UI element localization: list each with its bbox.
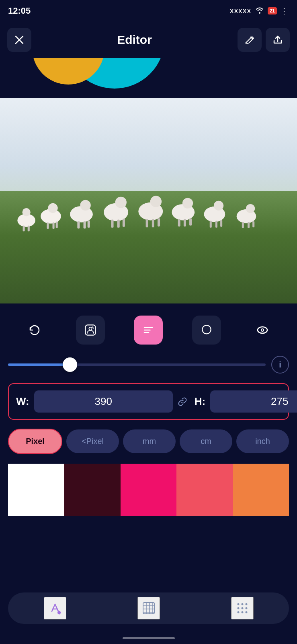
svg-point-75 xyxy=(245,611,247,613)
link-dimensions-button[interactable] xyxy=(178,393,190,411)
home-indicator xyxy=(123,637,175,639)
svg-rect-18 xyxy=(52,222,54,229)
unit-pixel-less-button[interactable]: <Pixel xyxy=(66,429,119,453)
slider-fill xyxy=(8,363,70,366)
header-actions xyxy=(238,28,290,52)
svg-point-31 xyxy=(150,196,162,207)
svg-rect-43 xyxy=(215,221,217,227)
svg-rect-48 xyxy=(248,222,250,228)
svg-point-67 xyxy=(237,603,239,605)
color-swatch-orange[interactable] xyxy=(233,464,289,516)
color-swatch-white[interactable] xyxy=(8,464,64,516)
sticker-button[interactable] xyxy=(76,316,105,345)
svg-rect-47 xyxy=(242,222,244,228)
bottom-toolbar xyxy=(8,592,289,624)
svg-point-69 xyxy=(245,603,247,605)
slider-thumb[interactable] xyxy=(63,357,77,372)
image-preview xyxy=(0,98,297,303)
slider-track[interactable] xyxy=(8,363,266,366)
svg-rect-13 xyxy=(23,225,25,231)
svg-rect-28 xyxy=(117,219,119,227)
color-swatch-hot-pink[interactable] xyxy=(121,464,177,516)
svg-rect-39 xyxy=(189,218,192,225)
unit-cm-button[interactable]: cm xyxy=(180,429,232,453)
svg-point-57 xyxy=(262,329,263,331)
color-swatch-salmon[interactable] xyxy=(176,464,233,516)
tool-row xyxy=(8,316,289,345)
svg-rect-27 xyxy=(111,219,113,227)
svg-rect-33 xyxy=(152,219,154,227)
svg-point-74 xyxy=(241,611,243,613)
unit-row: Pixel <Pixel mm cm inch xyxy=(8,429,289,454)
svg-rect-34 xyxy=(158,218,160,226)
color-swatch-dark-maroon[interactable] xyxy=(64,464,121,516)
header: Editor xyxy=(0,22,297,58)
svg-point-36 xyxy=(182,198,193,208)
unit-inch-button[interactable]: inch xyxy=(236,429,289,453)
svg-point-68 xyxy=(241,603,243,605)
unit-pixel-button[interactable]: Pixel xyxy=(8,429,62,454)
svg-rect-49 xyxy=(252,221,254,227)
width-label: W: xyxy=(16,395,29,408)
svg-rect-29 xyxy=(123,219,125,227)
battery-indicator: 21 xyxy=(268,7,277,14)
lambs-scene xyxy=(6,154,291,246)
status-time: 12:05 xyxy=(8,6,31,16)
more-icon: ⋮ xyxy=(280,6,289,16)
dimension-box: W: H: xyxy=(8,383,289,420)
svg-rect-38 xyxy=(184,219,186,226)
svg-rect-17 xyxy=(47,222,49,229)
svg-point-26 xyxy=(115,196,126,208)
status-icons: XXXXX 21 ⋮ xyxy=(230,6,289,16)
status-bar: 12:05 XXXXX 21 ⋮ xyxy=(0,0,297,22)
svg-point-16 xyxy=(48,203,57,213)
svg-rect-37 xyxy=(178,219,180,226)
info-button[interactable]: i xyxy=(271,356,289,374)
width-input[interactable] xyxy=(34,390,173,413)
svg-rect-42 xyxy=(210,221,212,227)
shape-button[interactable] xyxy=(192,316,221,345)
svg-point-12 xyxy=(22,208,30,216)
edit-button[interactable] xyxy=(238,28,262,52)
share-button[interactable] xyxy=(266,28,290,52)
svg-rect-32 xyxy=(145,219,148,227)
svg-point-21 xyxy=(80,200,90,210)
svg-rect-44 xyxy=(220,220,222,227)
svg-point-72 xyxy=(245,607,247,609)
text-button[interactable] xyxy=(134,316,163,345)
svg-point-51 xyxy=(89,327,92,330)
unit-mm-button[interactable]: mm xyxy=(123,429,176,453)
eye-button[interactable] xyxy=(250,318,274,342)
svg-point-71 xyxy=(241,607,243,609)
svg-point-73 xyxy=(237,611,239,613)
svg-rect-19 xyxy=(55,221,57,228)
svg-point-46 xyxy=(246,204,255,213)
signal-strength: XXXXX xyxy=(230,8,251,14)
svg-rect-14 xyxy=(27,225,29,231)
wifi-icon xyxy=(255,6,264,16)
slider-row: i xyxy=(8,356,289,374)
height-input[interactable] xyxy=(210,390,297,413)
pattern-tool-button[interactable] xyxy=(137,597,160,619)
fill-tool-button[interactable] xyxy=(44,597,66,619)
height-label: H: xyxy=(195,395,205,408)
grid-tool-button[interactable] xyxy=(231,597,254,619)
svg-rect-23 xyxy=(83,221,86,228)
svg-rect-24 xyxy=(87,220,90,227)
close-button[interactable] xyxy=(7,28,31,52)
reset-button[interactable] xyxy=(23,318,47,342)
color-swatches xyxy=(8,464,289,516)
page-title: Editor xyxy=(117,33,152,47)
svg-point-70 xyxy=(237,607,239,609)
svg-point-41 xyxy=(214,200,223,210)
svg-rect-22 xyxy=(77,221,80,228)
